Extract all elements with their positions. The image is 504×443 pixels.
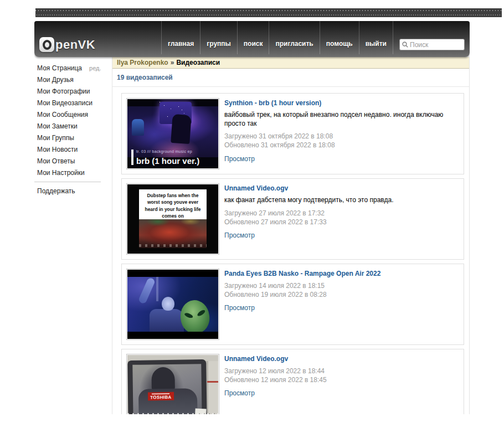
video-view-link[interactable]: Просмотр	[224, 231, 255, 239]
video-title-link[interactable]: Unnamed Video.ogv	[224, 184, 288, 192]
screenshot-root: penVK главная группы поиск пригласить по…	[0, 0, 504, 443]
video-row: Dubstep fans when the worst song youve e…	[121, 178, 464, 260]
video-row: TOSHIBA Unnamed Video.ogv Загружено 12 и…	[121, 349, 464, 414]
toshiba-logo: TOSHIBA	[148, 392, 174, 401]
video-uploaded-date: Загружено 31 октября 2022 в 18:08	[224, 132, 459, 141]
content-column: Ilya Prokopenko»Видеозаписи 19 видеозапи…	[112, 57, 470, 414]
search-input[interactable]	[410, 41, 460, 49]
sidebar-item-news[interactable]: Мои Новости	[34, 143, 112, 155]
video-thumbnail[interactable]: Dubstep fans when the worst song youve e…	[126, 183, 219, 255]
openvk-page: penVK главная группы поиск пригласить по…	[34, 21, 470, 414]
thumbnail-image-toshiba-crt: TOSHIBA	[127, 355, 218, 414]
sidebar-item-donate[interactable]: Поддержать	[34, 185, 112, 197]
video-view-link[interactable]: Просмотр	[224, 304, 255, 312]
video-updated-date: Обновлено 19 июля 2022 в 08:28	[224, 290, 459, 299]
video-static-noise	[127, 413, 218, 414]
thumb-meme-caption: Dubstep fans when the worst song youve e…	[139, 189, 207, 223]
site-header: penVK главная группы поиск пригласить по…	[34, 21, 470, 57]
video-thumbnail[interactable]: TOSHIBA	[126, 354, 219, 414]
thumb-overlay-title: brb (1 hour ver.)	[136, 156, 199, 166]
sidebar-item-my-page[interactable]: Моя Страница ред.	[34, 62, 112, 74]
nav-item-vyiti[interactable]: выйти	[359, 21, 393, 54]
openvk-o-icon	[39, 37, 54, 52]
thumbnail-image-rampage-alien	[127, 270, 218, 339]
breadcrumb-user-link[interactable]: Ilya Prokopenko	[117, 59, 168, 66]
openvk-logo-text: penVK	[55, 38, 95, 52]
video-updated-date: Обновлено 27 июля 2022 в 17:33	[224, 218, 459, 226]
page-body: Моя Страница ред. Мои Друзья Мои Фотогра…	[34, 57, 470, 414]
video-title-link[interactable]: Unnamed Video.ogv	[224, 355, 288, 363]
sidebar: Моя Страница ред. Мои Друзья Мои Фотогра…	[34, 57, 112, 414]
video-description: вайбовый трек, на который внезапно подсе…	[224, 111, 451, 128]
sidebar-item-replies[interactable]: Мои Ответы	[34, 155, 112, 167]
header-search-box[interactable]	[399, 39, 465, 50]
video-row: Panda Eyes B2B Nasko - Rampage Open Air …	[121, 264, 464, 345]
sidebar-item-messages[interactable]: Мои Сообщения	[34, 109, 112, 120]
nav-item-pomosch[interactable]: помощь	[320, 21, 359, 54]
video-view-link[interactable]: Просмотр	[224, 389, 255, 397]
sidebar-item-photos[interactable]: Мои Фотографии	[34, 85, 112, 97]
nav-item-poisk[interactable]: поиск	[237, 21, 269, 54]
header-nav: главная группы поиск пригласить помощь в…	[161, 21, 393, 54]
thumbnail-image-dubstep-meme: Dubstep fans when the worst song youve e…	[127, 184, 218, 254]
videos-list: tr. 03 /// background music ep brb (1 ho…	[112, 87, 469, 414]
crt-tv: TOSHIBA	[127, 359, 207, 414]
browser-bookmarks-strip	[35, 8, 502, 17]
thumbnail-image-synthion-brb: tr. 03 /// background music ep brb (1 ho…	[127, 99, 218, 168]
video-thumbnail[interactable]: tr. 03 /// background music ep brb (1 ho…	[126, 98, 219, 169]
nav-item-priglasit[interactable]: пригласить	[269, 21, 319, 54]
breadcrumb-separator: »	[171, 59, 174, 66]
search-icon	[402, 42, 408, 48]
alien-balloon	[179, 298, 211, 332]
sidebar-edit-link[interactable]: ред.	[89, 65, 101, 71]
breadcrumb: Ilya Prokopenko»Видеозаписи	[112, 57, 469, 69]
video-updated-date: Обновлено 12 июля 2022 в 18:45	[224, 375, 459, 384]
videos-count-label: 19 видеозаписей	[112, 69, 469, 87]
video-row: tr. 03 /// background music ep brb (1 ho…	[121, 93, 464, 174]
nav-item-gruppy[interactable]: группы	[200, 21, 237, 54]
video-uploaded-date: Загружено 12 июля 2022 в 18:44	[224, 367, 459, 375]
thumb-overlay-subtitle: tr. 03 /// background music ep	[136, 150, 192, 153]
sidebar-item-videos[interactable]: Мои Видеозаписи	[34, 97, 112, 109]
video-thumbnail[interactable]	[126, 269, 219, 340]
breadcrumb-section: Видеозаписи	[176, 59, 220, 66]
video-title-link[interactable]: Synthion - brb (1 hour version)	[224, 99, 321, 107]
sidebar-item-settings[interactable]: Мои Настройки	[34, 167, 112, 178]
openvk-logo[interactable]: penVK	[39, 37, 95, 52]
video-view-link[interactable]: Просмотр	[224, 155, 255, 163]
sidebar-divider	[34, 182, 101, 182]
video-updated-date: Обновлено 31 октября 2022 в 18:08	[224, 141, 459, 150]
video-title-link[interactable]: Panda Eyes B2B Nasko - Rampage Open Air …	[224, 270, 380, 277]
sidebar-item-groups[interactable]: Мои Группы	[34, 132, 112, 143]
nav-item-glavnaya[interactable]: главная	[161, 21, 200, 54]
sidebar-item-friends[interactable]: Мои Друзья	[34, 74, 112, 85]
video-description: как фанат дабстепа могу подтвердить, что…	[224, 196, 451, 205]
video-uploaded-date: Загружено 27 июля 2022 в 17:32	[224, 209, 459, 218]
video-uploaded-date: Загружено 14 июля 2022 в 18:15	[224, 281, 459, 290]
sidebar-item-notes[interactable]: Мои Заметки	[34, 120, 112, 132]
